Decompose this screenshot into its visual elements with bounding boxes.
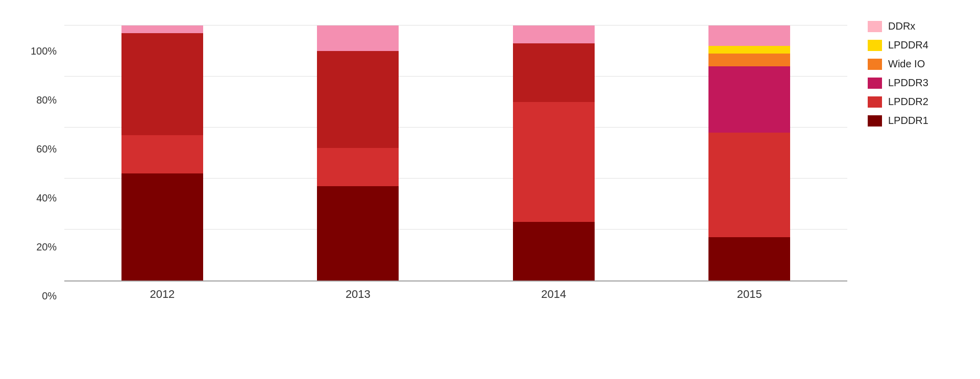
bar-segment-lpddr2 [513, 102, 595, 222]
legend-label: LPDDR4 [888, 39, 928, 51]
chart-container: 100%80%60%40%20%0% 2012201320142015 DDRx… [0, 0, 980, 379]
bar-segment-lpddr4 [708, 46, 790, 54]
legend-item: Wide IO [868, 58, 949, 70]
y-axis-label: 0% [42, 291, 57, 301]
bar-segment-lpddr1 [513, 222, 595, 281]
bar-segment-lpddr2 [317, 148, 399, 186]
bar-segment-lpddr3 [121, 33, 203, 135]
bars-row [64, 27, 847, 282]
bar-segment-lpddr3 [708, 66, 790, 133]
x-axis-label: 2013 [260, 288, 456, 301]
bar-segment-lpddr3 [317, 51, 399, 148]
bar [121, 26, 203, 281]
bar-segment-lpddr2 [708, 133, 790, 237]
bar-stack [121, 26, 203, 281]
legend-item: DDRx [868, 20, 949, 32]
bar-segment-lpddr2 [121, 135, 203, 173]
bar-segment-ddrx [121, 26, 203, 33]
y-axis-label: 80% [36, 95, 57, 105]
legend-item: LPDDR3 [868, 77, 949, 89]
y-axis: 100%80%60%40%20%0% [31, 46, 64, 301]
legend-label: LPDDR3 [888, 77, 928, 89]
legend-item: LPDDR4 [868, 39, 949, 51]
bar-segment-lpddr1 [708, 237, 790, 281]
bar [513, 26, 595, 281]
legend: DDRxLPDDR4Wide IOLPDDR3LPDDR2LPDDR1 [847, 15, 949, 127]
y-axis-label: 100% [31, 46, 57, 56]
y-axis-label: 60% [36, 144, 57, 154]
chart-area: 100%80%60%40%20%0% 2012201320142015 [31, 15, 847, 301]
legend-label: DDRx [888, 20, 915, 32]
y-axis-label: 40% [36, 193, 57, 203]
y-axis-label: 20% [36, 242, 57, 252]
legend-label: LPDDR2 [888, 96, 928, 108]
x-axis-label: 2014 [456, 288, 651, 301]
bar-segment-lpddr3 [513, 43, 595, 102]
bar-group [260, 26, 456, 281]
bars-and-xaxis: 2012201320142015 [64, 27, 847, 301]
legend-color-box [868, 115, 882, 127]
x-axis-label: 2015 [652, 288, 847, 301]
legend-color-box [868, 21, 882, 32]
bar [317, 26, 399, 281]
bar-group [456, 26, 651, 281]
legend-item: LPDDR2 [868, 96, 949, 108]
bar-segment-wide-io [708, 54, 790, 66]
legend-color-box [868, 96, 882, 108]
bar-stack [317, 26, 399, 281]
bar-segment-ddrx [708, 26, 790, 46]
legend-label: LPDDR1 [888, 115, 928, 127]
x-axis-row: 2012201320142015 [64, 288, 847, 301]
legend-item: LPDDR1 [868, 115, 949, 127]
bar-stack [708, 26, 790, 281]
chart-body: 100%80%60%40%20%0% 2012201320142015 DDRx… [0, 15, 980, 379]
x-axis-label: 2012 [64, 288, 260, 301]
bar [708, 26, 790, 281]
bar-segment-lpddr1 [121, 173, 203, 281]
bar-group [64, 26, 260, 281]
legend-color-box [868, 40, 882, 51]
bar-segment-lpddr1 [317, 186, 399, 281]
bar-stack [513, 26, 595, 281]
legend-color-box [868, 59, 882, 70]
legend-label: Wide IO [888, 58, 925, 70]
bar-segment-ddrx [317, 26, 399, 51]
bar-group [652, 26, 847, 281]
legend-color-box [868, 78, 882, 89]
bar-segment-ddrx [513, 26, 595, 43]
